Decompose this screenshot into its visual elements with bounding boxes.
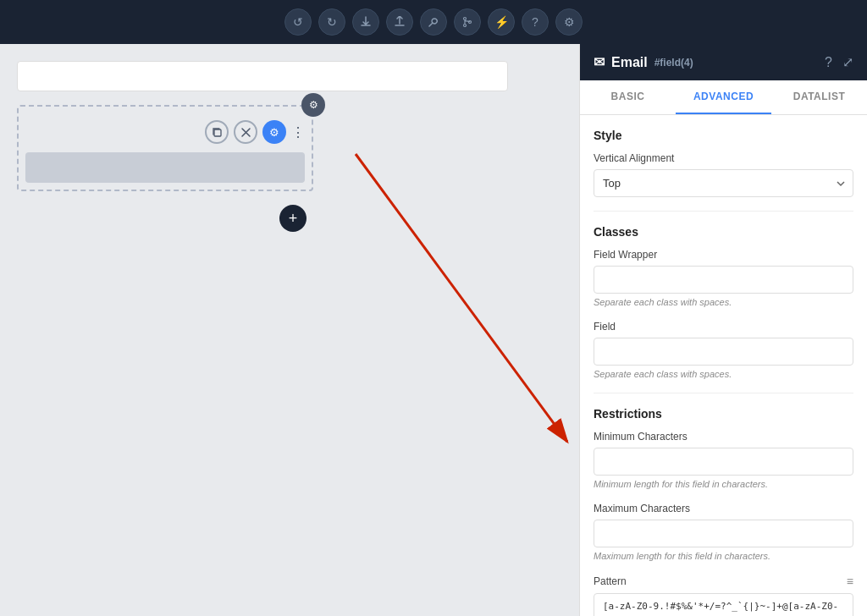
canvas-area: ⚙ ⚙ ⋮ bbox=[0, 44, 579, 616]
min-chars-label: Minimum Characters bbox=[594, 431, 853, 443]
email-field-box: ⚙ ⋮ bbox=[17, 105, 313, 191]
vertical-alignment-group: Vertical Alignment Top Middle Bottom bbox=[594, 152, 853, 197]
email-field-container: ⚙ ⚙ ⋮ bbox=[17, 105, 313, 191]
field-wrapper-input[interactable] bbox=[594, 266, 853, 294]
lightning-button[interactable]: ⚡ bbox=[488, 8, 515, 36]
pattern-group: Pattern ≡ Regular expression value is ch… bbox=[594, 575, 853, 616]
panel-expand-button[interactable]: ⤢ bbox=[842, 54, 853, 70]
svg-line-5 bbox=[356, 154, 567, 442]
field-gear-button[interactable]: ⚙ bbox=[301, 93, 325, 117]
field-action-bar: ⚙ ⋮ bbox=[25, 120, 305, 144]
panel-title-text: Email bbox=[611, 55, 648, 70]
annotation-arrow bbox=[313, 129, 579, 484]
panel-content: Style Vertical Alignment Top Middle Bott… bbox=[580, 115, 867, 616]
pattern-header: Pattern ≡ bbox=[594, 575, 853, 588]
email-icon: ✉ bbox=[594, 54, 605, 70]
divider-2 bbox=[594, 393, 853, 393]
max-chars-input[interactable] bbox=[594, 520, 853, 547]
svg-point-1 bbox=[464, 25, 467, 27]
divider-1 bbox=[594, 211, 853, 212]
vertical-alignment-select[interactable]: Top Middle Bottom bbox=[594, 169, 853, 197]
tools-button[interactable] bbox=[420, 8, 447, 36]
pattern-menu-icon[interactable]: ≡ bbox=[847, 575, 853, 588]
field-class-label: Field bbox=[594, 321, 853, 333]
help-button[interactable]: ? bbox=[522, 8, 549, 36]
download-button[interactable] bbox=[352, 8, 379, 36]
delete-field-button[interactable] bbox=[234, 120, 257, 144]
max-chars-helper: Maximum length for this field in charact… bbox=[594, 551, 853, 561]
field-class-input[interactable] bbox=[594, 338, 853, 366]
fork-button[interactable] bbox=[454, 8, 481, 36]
tab-basic[interactable]: BASIC bbox=[580, 80, 676, 114]
tab-datalist[interactable]: DATALIST bbox=[771, 80, 867, 114]
tab-advanced[interactable]: ADVANCED bbox=[676, 80, 771, 114]
field-class-helper: Separate each class with spaces. bbox=[594, 369, 853, 379]
classes-section-title: Classes bbox=[594, 225, 853, 239]
panel-header-actions: ? ⤢ bbox=[825, 54, 853, 70]
gear-button[interactable]: ⚙ bbox=[555, 8, 583, 36]
add-field-button[interactable]: + bbox=[279, 205, 306, 232]
panel-field-id: #field(4) bbox=[654, 57, 693, 69]
pattern-input[interactable] bbox=[594, 593, 853, 616]
min-chars-group: Minimum Characters Minimum length for th… bbox=[594, 431, 853, 489]
top-input-placeholder bbox=[17, 61, 508, 91]
field-wrapper-label: Field Wrapper bbox=[594, 249, 853, 261]
min-chars-input[interactable] bbox=[594, 448, 853, 476]
top-toolbar: ↺ ↻ ⚡ ? ⚙ bbox=[0, 0, 867, 44]
max-chars-group: Maximum Characters Maximum length for th… bbox=[594, 503, 853, 561]
min-chars-helper: Minimum length for this field in charact… bbox=[594, 479, 853, 489]
field-wrapper-helper: Separate each class with spaces. bbox=[594, 297, 853, 307]
undo-button[interactable]: ↺ bbox=[284, 8, 312, 36]
pattern-label: Pattern bbox=[594, 575, 627, 587]
main-container: ⚙ ⚙ ⋮ bbox=[0, 44, 867, 616]
redo-button[interactable]: ↻ bbox=[318, 8, 345, 36]
copy-field-button[interactable] bbox=[205, 120, 229, 144]
panel-help-button[interactable]: ? bbox=[825, 55, 832, 70]
max-chars-label: Maximum Characters bbox=[594, 503, 853, 514]
email-input-visual bbox=[25, 152, 305, 183]
svg-rect-3 bbox=[214, 129, 221, 136]
style-section-title: Style bbox=[594, 129, 853, 142]
restrictions-section-title: Restrictions bbox=[594, 407, 853, 421]
upload-button[interactable] bbox=[386, 8, 413, 36]
field-class-group: Field Separate each class with spaces. bbox=[594, 321, 853, 379]
settings-field-button[interactable]: ⚙ bbox=[262, 120, 286, 144]
panel-header: ✉ Email #field(4) ? ⤢ bbox=[580, 44, 867, 80]
more-options-button[interactable]: ⋮ bbox=[291, 124, 305, 140]
tabs-bar: BASIC ADVANCED DATALIST bbox=[580, 80, 867, 115]
vertical-alignment-label: Vertical Alignment bbox=[594, 152, 853, 164]
right-panel: ✉ Email #field(4) ? ⤢ BASIC ADVANCED DAT… bbox=[579, 44, 867, 616]
field-wrapper-group: Field Wrapper Separate each class with s… bbox=[594, 249, 853, 307]
panel-title: ✉ Email #field(4) bbox=[594, 54, 693, 70]
form-canvas: ⚙ ⚙ ⋮ bbox=[17, 61, 562, 232]
svg-point-0 bbox=[464, 18, 467, 20]
